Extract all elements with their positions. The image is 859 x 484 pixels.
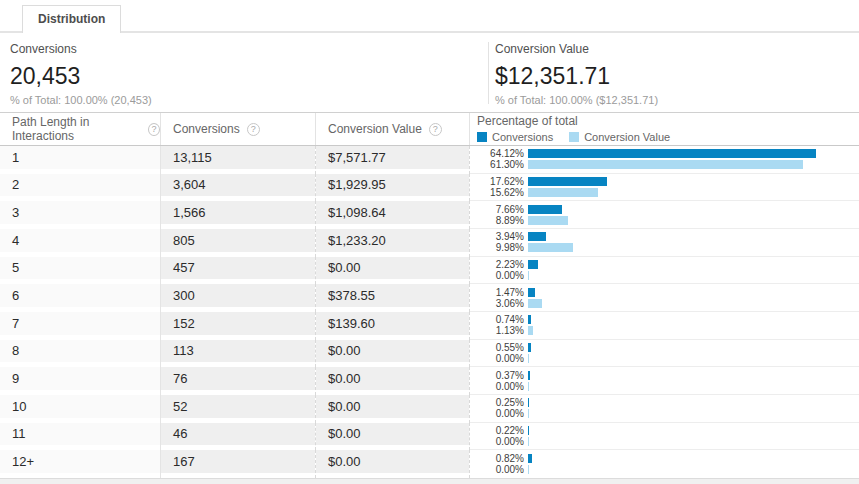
path-length-cell: 8 [0, 340, 161, 368]
bottom-divider [0, 478, 859, 484]
conversions-pct-label: 0.74% [470, 314, 524, 325]
conversion-value-bar-line: 0.00% [470, 436, 859, 447]
header-path-length-label: Path Length in Interactions [12, 115, 141, 143]
conversions-pct-label: 3.94% [470, 231, 524, 242]
conversions-cell: 113 [161, 340, 316, 368]
table-body: 1 13,115 $7,571.77 64.12% 61.30% 2 3,604… [0, 146, 859, 478]
header-conversion-value-label: Conversion Value [328, 122, 422, 136]
conversions-value: 3,604 [161, 174, 315, 197]
conversion-value-value: $1,233.20 [316, 229, 469, 252]
conversions-value: 76 [161, 367, 315, 390]
percentage-chart-cell: 1.47% 3.06% [470, 284, 859, 312]
header-path-length: Path Length in Interactions ? [0, 113, 161, 145]
table-row: 7 152 $139.60 0.74% 1.13% [0, 312, 859, 340]
path-length-cell: 4 [0, 229, 161, 257]
conversion-value-bar [528, 354, 529, 363]
conversions-value: 300 [161, 284, 315, 307]
conversions-value: 46 [161, 423, 315, 446]
conversions-bar [528, 371, 530, 380]
help-icon[interactable]: ? [148, 123, 160, 136]
help-icon[interactable]: ? [247, 123, 260, 136]
percentage-chart-cell: 0.55% 0.00% [470, 340, 859, 368]
conversion-value-bar [528, 271, 529, 280]
conversion-value-cell: $378.55 [316, 284, 470, 312]
path-length-cell: 3 [0, 201, 161, 229]
percentage-chart-cell: 0.74% 1.13% [470, 312, 859, 340]
conversions-pct-label: 17.62% [470, 176, 524, 187]
percentage-chart-cell: 7.66% 8.89% [470, 201, 859, 229]
path-length-value: 3 [0, 201, 160, 224]
conversions-bar-line: 2.23% [470, 259, 859, 270]
conversion-value-value: $0.00 [316, 450, 469, 473]
conversion-value-bar-line: 1.13% [470, 325, 859, 336]
conversion-value-pct-label: 0.00% [470, 408, 524, 419]
conversion-value-pct-label: 9.98% [470, 242, 524, 253]
conversion-value-bar-line: 15.62% [470, 187, 859, 198]
path-length-value: 6 [0, 284, 160, 307]
conversions-cell: 3,604 [161, 174, 316, 202]
conversions-value: 152 [161, 312, 315, 335]
path-length-value: 7 [0, 312, 160, 335]
path-length-value: 12+ [0, 450, 160, 473]
legend-conversions-label: Conversions [492, 131, 553, 143]
summary-conversions-value: 20,453 [10, 63, 152, 90]
conversion-value-pct-label: 0.00% [470, 381, 524, 392]
conversions-bar-line: 0.22% [470, 425, 859, 436]
conversions-bar [528, 149, 816, 158]
conversions-pct-label: 0.37% [470, 370, 524, 381]
conversion-value-bar-line: 0.00% [470, 408, 859, 419]
percentage-chart-cell: 0.22% 0.00% [470, 423, 859, 451]
path-length-cell: 5 [0, 257, 161, 285]
help-icon[interactable]: ? [429, 123, 442, 136]
path-length-value: 4 [0, 229, 160, 252]
conversions-bar-line: 0.55% [470, 342, 859, 353]
summary-conversion-value-percent: % of Total: 100.00% ($12,351.71) [495, 94, 658, 106]
percentage-chart-cell: 17.62% 15.62% [470, 174, 859, 202]
conversion-value-value: $0.00 [316, 395, 469, 418]
summary-conversions-label: Conversions [10, 42, 152, 56]
path-length-cell: 1 [0, 146, 161, 174]
conversion-value-bar-line: 8.89% [470, 215, 859, 226]
path-length-value: 11 [0, 423, 160, 446]
conversion-value-cell: $0.00 [316, 257, 470, 285]
conversions-value: 457 [161, 257, 315, 280]
conversions-cell: 152 [161, 312, 316, 340]
conversion-value-cell: $0.00 [316, 367, 470, 395]
table-row: 6 300 $378.55 1.47% 3.06% [0, 284, 859, 312]
conversion-value-cell: $0.00 [316, 423, 470, 451]
summary-divider [488, 42, 489, 104]
conversions-bar [528, 232, 546, 241]
summary-conversion-value-label: Conversion Value [495, 42, 658, 56]
conversion-value-pct-label: 0.00% [470, 353, 524, 364]
conversion-value-bar-line: 61.30% [470, 159, 859, 170]
table-header: Path Length in Interactions ? Conversion… [0, 113, 859, 146]
header-conversions: Conversions ? [161, 113, 316, 145]
percentage-chart-cell: 0.25% 0.00% [470, 395, 859, 423]
conversion-value-cell: $7,571.77 [316, 146, 470, 174]
conversions-cell: 1,566 [161, 201, 316, 229]
conversions-bar-line: 3.94% [470, 231, 859, 242]
tab-distribution[interactable]: Distribution [22, 5, 121, 33]
conversion-value-value: $7,571.77 [316, 146, 469, 169]
conversions-cell: 167 [161, 450, 316, 478]
path-length-cell: 2 [0, 174, 161, 202]
header-percentage-of-total: Percentage of total Conversions Conversi… [470, 113, 859, 145]
conversion-value-bar [528, 188, 598, 197]
conversions-bar-line: 0.82% [470, 453, 859, 464]
conversions-pct-label: 7.66% [470, 204, 524, 215]
table-row: 12+ 167 $0.00 0.82% 0.00% [0, 450, 859, 478]
conversion-value-bar-line: 0.00% [470, 464, 859, 475]
summary-conversions: Conversions 20,453 % of Total: 100.00% (… [10, 42, 152, 106]
conversions-bar [528, 205, 562, 214]
conversion-value-bar-line: 3.06% [470, 298, 859, 309]
conversions-bar-line: 0.37% [470, 370, 859, 381]
conversions-cell: 457 [161, 257, 316, 285]
conversions-bar-line: 0.74% [470, 314, 859, 325]
path-length-cell: 12+ [0, 450, 161, 478]
conversion-value-bar [528, 465, 529, 474]
conversion-value-cell: $0.00 [316, 450, 470, 478]
conversion-value-value: $0.00 [316, 257, 469, 280]
header-conversion-value: Conversion Value ? [316, 113, 470, 145]
summary-conversion-value-value: $12,351.71 [495, 63, 658, 90]
conversion-value-bar-line: 0.00% [470, 270, 859, 281]
